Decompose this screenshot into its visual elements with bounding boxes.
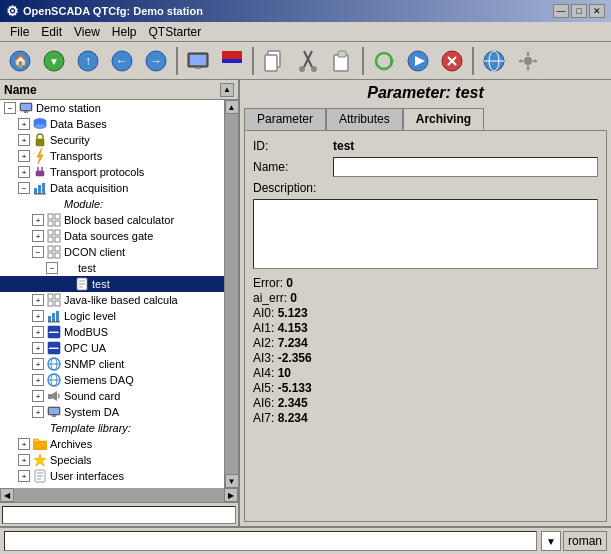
svg-rect-49 [55, 214, 60, 219]
tree-item[interactable]: +━━ModBUS [0, 324, 224, 340]
svg-rect-12 [195, 67, 201, 69]
search-input[interactable] [2, 506, 236, 524]
svg-rect-16 [265, 55, 277, 71]
settings-button[interactable] [512, 45, 544, 77]
tree-expand-button[interactable]: + [18, 150, 30, 162]
cut-button[interactable] [292, 45, 324, 77]
list-item: AI6: 2.345 [253, 396, 598, 410]
tree-node-icon [32, 148, 48, 164]
forward-button[interactable]: → [140, 45, 172, 77]
tree-item[interactable]: +Data Bases [0, 116, 224, 132]
tree-node-label: Template library: [50, 422, 131, 434]
svg-text:▼: ▼ [49, 56, 59, 67]
tree-item[interactable]: +Block based calculator [0, 212, 224, 228]
tree-item[interactable]: +━━OPC UA [0, 340, 224, 356]
tree-item[interactable]: +Logic level [0, 308, 224, 324]
tree-expand-button[interactable]: + [32, 406, 44, 418]
tree-item[interactable]: +User interfaces [0, 468, 224, 484]
monitor-button[interactable] [182, 45, 214, 77]
back-button[interactable]: ← [106, 45, 138, 77]
menu-edit[interactable]: Edit [35, 23, 68, 41]
scroll-right-button[interactable]: ▶ [224, 488, 238, 502]
copy-button[interactable] [258, 45, 290, 77]
name-input[interactable] [333, 157, 598, 177]
status-dropdown[interactable]: ▼ [541, 531, 561, 551]
home-button[interactable]: 🏠 [4, 45, 36, 77]
tree-item[interactable]: test [0, 276, 224, 292]
id-label: ID: [253, 139, 333, 153]
name-row: Name: [253, 157, 598, 177]
tree-expand-button[interactable]: + [32, 214, 44, 226]
tree-expand-button[interactable]: − [46, 262, 58, 274]
network-button[interactable] [478, 45, 510, 77]
tree-expand-button[interactable]: + [18, 454, 30, 466]
tree-expand-button[interactable]: + [18, 166, 30, 178]
main-layout: Name ▲ −Demo station+Data Bases+Security… [0, 80, 611, 526]
tree-item[interactable]: +Transports [0, 148, 224, 164]
tree-expand-button[interactable]: + [18, 438, 30, 450]
tree-item[interactable]: Template library: [0, 420, 224, 436]
list-item: AI2: 7.234 [253, 336, 598, 350]
desc-textarea[interactable] [253, 199, 598, 269]
tree-expand-button[interactable]: + [32, 342, 44, 354]
save-button[interactable]: ▼ [38, 45, 70, 77]
tab-archiving[interactable]: Archiving [403, 108, 484, 130]
tree-item[interactable]: +Siemens DAQ [0, 372, 224, 388]
tree-expand-button[interactable]: + [32, 310, 44, 322]
tree-item[interactable]: −Demo station [0, 100, 224, 116]
tree-expand-button[interactable]: + [32, 390, 44, 402]
menu-help[interactable]: Help [106, 23, 143, 41]
h-scroll-track[interactable] [14, 488, 224, 502]
tree-item[interactable]: +Security [0, 132, 224, 148]
tree-item[interactable]: +Java-like based calcula [0, 292, 224, 308]
flag-button[interactable] [216, 45, 248, 77]
tree-item[interactable]: +System DA [0, 404, 224, 420]
panel-scroll-up[interactable]: ▲ [220, 83, 234, 97]
tree-item[interactable]: −test [0, 260, 224, 276]
tree-node-icon [46, 228, 62, 244]
data-val: 7.234 [278, 336, 308, 350]
tree-item[interactable]: Module: [0, 196, 224, 212]
tree-item[interactable]: +Transport protocols [0, 164, 224, 180]
tree-item[interactable]: +SNMP client [0, 356, 224, 372]
scroll-track[interactable] [225, 114, 239, 474]
scroll-left-button[interactable]: ◀ [0, 488, 14, 502]
paste-button[interactable] [326, 45, 358, 77]
play-button[interactable] [402, 45, 434, 77]
tree-item[interactable]: −DCON client [0, 244, 224, 260]
scroll-up-button[interactable]: ▲ [225, 100, 239, 114]
tree-item[interactable]: +Data sources gate [0, 228, 224, 244]
list-item: AI4: 10 [253, 366, 598, 380]
menu-bar: File Edit View Help QTStarter [0, 22, 611, 42]
tree-expand-button[interactable]: − [4, 102, 16, 114]
data-val: -2.356 [278, 351, 312, 365]
stop-button[interactable] [436, 45, 468, 77]
tree-item[interactable]: −Data acquisition [0, 180, 224, 196]
tree-expand-button[interactable]: + [18, 470, 30, 482]
tab-attributes[interactable]: Attributes [326, 108, 403, 130]
tree-expand-button[interactable]: + [32, 326, 44, 338]
menu-file[interactable]: File [4, 23, 35, 41]
svg-rect-58 [48, 253, 53, 258]
tree-expand-button[interactable]: + [32, 358, 44, 370]
up-button[interactable]: ↑ [72, 45, 104, 77]
tree-expand-button[interactable]: − [18, 182, 30, 194]
menu-view[interactable]: View [68, 23, 106, 41]
close-button[interactable]: ✕ [589, 4, 605, 18]
tree-expand-button[interactable]: + [18, 118, 30, 130]
minimize-button[interactable]: — [553, 4, 569, 18]
tree-expand-button[interactable]: + [32, 294, 44, 306]
tree-vertical-scrollbar[interactable]: ▲ ▼ [224, 100, 238, 488]
refresh-button[interactable] [368, 45, 400, 77]
tree-expand-button[interactable]: − [32, 246, 44, 258]
tree-expand-button[interactable]: + [18, 134, 30, 146]
tree-expand-button[interactable]: + [32, 374, 44, 386]
menu-qtstarter[interactable]: QTStarter [143, 23, 208, 41]
tab-parameter[interactable]: Parameter [244, 108, 326, 130]
tree-expand-button[interactable]: + [32, 230, 44, 242]
scroll-down-button[interactable]: ▼ [225, 474, 239, 488]
maximize-button[interactable]: □ [571, 4, 587, 18]
tree-item[interactable]: +Sound card [0, 388, 224, 404]
tree-item[interactable]: +Specials [0, 452, 224, 468]
tree-item[interactable]: +Archives [0, 436, 224, 452]
